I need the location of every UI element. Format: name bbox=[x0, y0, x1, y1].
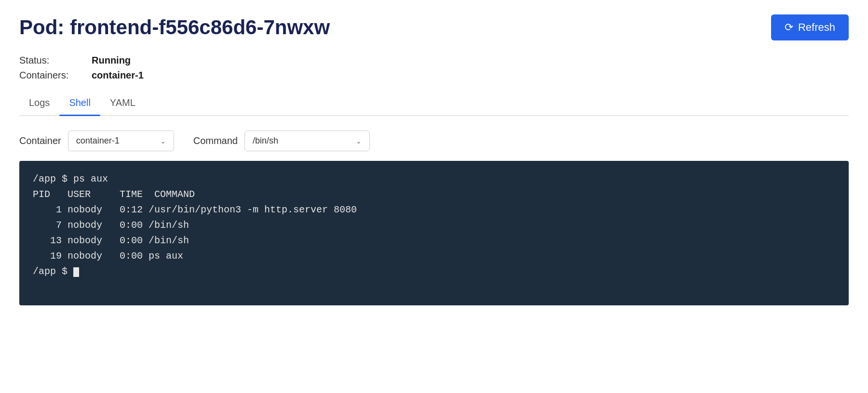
refresh-button[interactable]: ⟳ Refresh bbox=[771, 14, 849, 40]
container-control-group: Container container-1 ⌄ bbox=[19, 131, 174, 151]
terminal[interactable]: /app $ ps aux PID USER TIME COMMAND 1 no… bbox=[19, 161, 849, 305]
refresh-label: Refresh bbox=[798, 21, 835, 34]
containers-label: Containers: bbox=[19, 70, 92, 81]
terminal-line-5: 13 nobody 0:00 /bin/sh bbox=[33, 233, 835, 249]
tab-logs[interactable]: Logs bbox=[19, 92, 59, 115]
terminal-cursor bbox=[73, 267, 79, 277]
tab-shell[interactable]: Shell bbox=[59, 92, 100, 115]
header: Pod: frontend-f556c86d6-7nwxw ⟳ Refresh bbox=[19, 14, 849, 40]
command-dropdown-value: /bin/sh bbox=[253, 136, 278, 146]
status-label: Status: bbox=[19, 55, 92, 66]
command-chevron-icon: ⌄ bbox=[356, 137, 362, 145]
terminal-line-2: PID USER TIME COMMAND bbox=[33, 187, 835, 202]
tabs-bar: Logs Shell YAML bbox=[19, 92, 849, 116]
page-container: Pod: frontend-f556c86d6-7nwxw ⟳ Refresh … bbox=[0, 0, 868, 320]
terminal-line-4: 7 nobody 0:00 /bin/sh bbox=[33, 218, 835, 233]
command-dropdown[interactable]: /bin/sh ⌄ bbox=[244, 131, 370, 151]
container-dropdown[interactable]: container-1 ⌄ bbox=[68, 131, 174, 151]
containers-value: container-1 bbox=[92, 70, 144, 81]
containers-row: Containers: container-1 bbox=[19, 70, 849, 81]
status-row: Status: Running bbox=[19, 55, 849, 66]
page-title: Pod: frontend-f556c86d6-7nwxw bbox=[19, 16, 330, 39]
terminal-prompt-line: /app $ bbox=[33, 264, 835, 279]
status-value: Running bbox=[92, 55, 131, 66]
command-label: Command bbox=[193, 135, 238, 146]
terminal-line-3: 1 nobody 0:12 /usr/bin/python3 -m http.s… bbox=[33, 202, 835, 218]
tab-yaml[interactable]: YAML bbox=[100, 92, 145, 115]
refresh-icon: ⟳ bbox=[785, 21, 793, 34]
terminal-line-1: /app $ ps aux bbox=[33, 171, 835, 187]
container-chevron-icon: ⌄ bbox=[160, 137, 166, 145]
command-control-group: Command /bin/sh ⌄ bbox=[193, 131, 370, 151]
terminal-line-6: 19 nobody 0:00 ps aux bbox=[33, 249, 835, 264]
container-label: Container bbox=[19, 135, 61, 146]
shell-controls: Container container-1 ⌄ Command /bin/sh … bbox=[19, 131, 849, 151]
container-dropdown-value: container-1 bbox=[76, 136, 120, 146]
info-section: Status: Running Containers: container-1 bbox=[19, 55, 849, 81]
